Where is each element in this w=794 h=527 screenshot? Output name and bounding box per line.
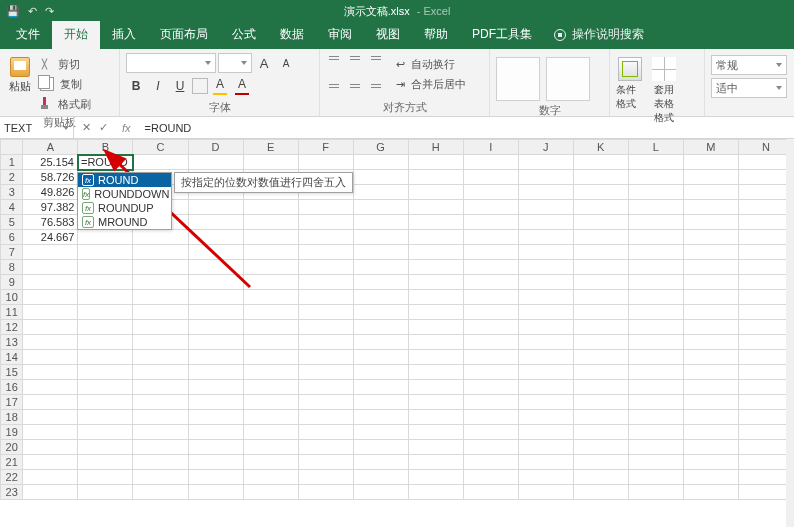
cell[interactable] xyxy=(408,440,463,455)
cell[interactable] xyxy=(683,425,738,440)
cell[interactable] xyxy=(683,185,738,200)
cell[interactable] xyxy=(518,395,573,410)
cell[interactable] xyxy=(23,335,78,350)
cell[interactable] xyxy=(243,230,298,245)
cell[interactable] xyxy=(628,260,683,275)
cell[interactable] xyxy=(683,155,738,170)
cell[interactable] xyxy=(23,455,78,470)
cell[interactable] xyxy=(188,395,243,410)
cell[interactable] xyxy=(243,215,298,230)
cell[interactable] xyxy=(683,290,738,305)
cell[interactable] xyxy=(518,155,573,170)
cell[interactable] xyxy=(188,335,243,350)
cell[interactable] xyxy=(78,350,133,365)
cell[interactable] xyxy=(408,425,463,440)
cell[interactable] xyxy=(188,380,243,395)
number-format-select[interactable]: 常规 xyxy=(711,55,787,75)
cell[interactable] xyxy=(408,170,463,185)
name-box[interactable]: TEXT xyxy=(0,117,74,138)
cell[interactable] xyxy=(628,290,683,305)
cell[interactable] xyxy=(78,305,133,320)
row-header[interactable]: 11 xyxy=(1,305,23,320)
cell[interactable] xyxy=(353,230,408,245)
cell[interactable] xyxy=(573,185,628,200)
cell[interactable] xyxy=(683,245,738,260)
cell[interactable] xyxy=(683,365,738,380)
cell[interactable] xyxy=(353,380,408,395)
cell[interactable] xyxy=(298,455,353,470)
cell[interactable] xyxy=(573,170,628,185)
cut-button[interactable]: 剪切 xyxy=(38,55,91,73)
cell[interactable] xyxy=(298,305,353,320)
tab-pdf[interactable]: PDF工具集 xyxy=(460,21,544,49)
cell[interactable] xyxy=(243,275,298,290)
font-size-select[interactable] xyxy=(218,53,252,73)
cell[interactable] xyxy=(573,275,628,290)
cell[interactable] xyxy=(463,350,518,365)
cell[interactable] xyxy=(628,170,683,185)
cell[interactable] xyxy=(298,275,353,290)
cell[interactable] xyxy=(628,245,683,260)
cell[interactable] xyxy=(23,425,78,440)
column-header[interactable]: L xyxy=(628,140,683,155)
cell[interactable] xyxy=(573,485,628,500)
column-header[interactable]: K xyxy=(573,140,628,155)
row-header[interactable]: 6 xyxy=(1,230,23,245)
font-family-select[interactable] xyxy=(126,53,216,73)
cell[interactable] xyxy=(518,305,573,320)
cell[interactable] xyxy=(188,230,243,245)
cell[interactable] xyxy=(78,245,133,260)
cell[interactable] xyxy=(243,395,298,410)
cell[interactable] xyxy=(683,380,738,395)
cell[interactable] xyxy=(188,305,243,320)
cell[interactable] xyxy=(353,425,408,440)
cell[interactable] xyxy=(298,425,353,440)
row-header[interactable]: 9 xyxy=(1,275,23,290)
worksheet[interactable]: ABCDEFGHIJKLMN 125.154=ROUND258.726349.8… xyxy=(0,139,794,527)
font-color-button[interactable]: A xyxy=(232,76,252,96)
cell[interactable] xyxy=(573,380,628,395)
tab-layout[interactable]: 页面布局 xyxy=(148,21,220,49)
cell[interactable] xyxy=(683,395,738,410)
cell[interactable] xyxy=(133,320,188,335)
row-header[interactable]: 2 xyxy=(1,170,23,185)
cell[interactable] xyxy=(683,335,738,350)
cell[interactable] xyxy=(463,305,518,320)
cell[interactable] xyxy=(518,290,573,305)
cell[interactable] xyxy=(463,245,518,260)
cell[interactable] xyxy=(408,230,463,245)
cell[interactable] xyxy=(243,410,298,425)
cell[interactable] xyxy=(573,365,628,380)
cell[interactable] xyxy=(23,275,78,290)
cell[interactable] xyxy=(353,440,408,455)
row-header[interactable]: 15 xyxy=(1,365,23,380)
cell[interactable] xyxy=(133,260,188,275)
cell[interactable] xyxy=(408,335,463,350)
cell[interactable] xyxy=(353,365,408,380)
save-icon[interactable]: 💾 xyxy=(6,5,20,18)
column-header[interactable]: H xyxy=(408,140,463,155)
underline-button[interactable]: U xyxy=(170,76,190,96)
cell[interactable] xyxy=(78,260,133,275)
cell[interactable] xyxy=(353,305,408,320)
cell[interactable] xyxy=(353,290,408,305)
tab-home[interactable]: 开始 xyxy=(52,21,100,49)
tab-help[interactable]: 帮助 xyxy=(412,21,460,49)
cell[interactable] xyxy=(518,200,573,215)
cell[interactable] xyxy=(78,410,133,425)
cell[interactable] xyxy=(133,440,188,455)
cell[interactable] xyxy=(463,290,518,305)
cell[interactable] xyxy=(628,455,683,470)
cell[interactable] xyxy=(298,320,353,335)
cell[interactable] xyxy=(408,200,463,215)
cell[interactable] xyxy=(353,260,408,275)
cell[interactable] xyxy=(133,395,188,410)
cell[interactable] xyxy=(518,335,573,350)
cell[interactable] xyxy=(23,305,78,320)
cell[interactable] xyxy=(353,455,408,470)
cell[interactable] xyxy=(628,425,683,440)
cell[interactable] xyxy=(408,350,463,365)
cell[interactable] xyxy=(628,185,683,200)
cell[interactable] xyxy=(573,260,628,275)
cell[interactable] xyxy=(463,260,518,275)
